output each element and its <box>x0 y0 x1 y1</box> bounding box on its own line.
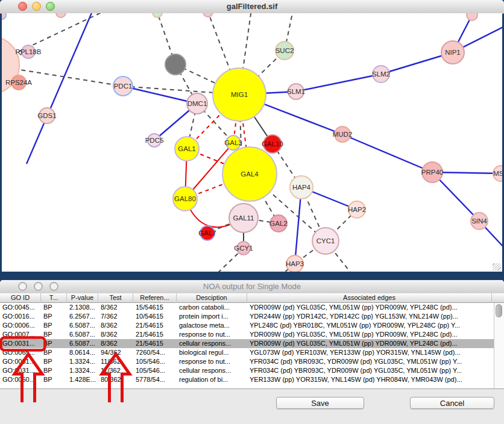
table-cell: YFR034C (pd) YBR093C, YDR009W (pd) YGL03… <box>247 357 492 366</box>
noa-window-title: NOA output for Single Mode <box>0 282 504 291</box>
table-cell: GO:0031... <box>0 357 41 366</box>
table-cell: cellular respons... <box>177 366 247 375</box>
node-label: MUD2 <box>333 131 353 138</box>
table-row[interactable]: GO:0006...BP6.5087...8/36221/54615galact… <box>0 321 504 330</box>
table-cell: 1.3324... <box>67 357 98 366</box>
table-row[interactable]: GO:0031...BP1.3324...11/362105/546...cel… <box>0 366 504 375</box>
table-row[interactable]: GO:0031...BP6.5087...8/36221/54615cellul… <box>0 339 504 348</box>
node-label: HAP4 <box>292 184 311 191</box>
column-header-test[interactable]: Test <box>98 293 133 303</box>
node-label: GAL2 <box>269 220 287 227</box>
node-label: SIN4 <box>471 217 487 225</box>
node-label: RPS24A <box>5 79 32 86</box>
node-greenclip[interactable] <box>153 13 162 17</box>
table-cell: BP <box>41 366 67 375</box>
node-label: PDC5 <box>145 137 164 144</box>
table-cell: 5778/54... <box>133 375 177 384</box>
table-cell: 15/54615 <box>133 303 177 312</box>
table-row[interactable]: GO:0031...BP1.3324...11/362105/546...res… <box>0 357 504 366</box>
node-label: GAL1 <box>178 145 195 152</box>
table-cell: YDR009W (pd) YGL035C, YML051W (pp) YDR00… <box>247 330 492 339</box>
table-row[interactable]: GO:0016...BP6.2567...7/36210/54615protei… <box>0 312 504 321</box>
node-label: SLM1 <box>287 88 305 95</box>
table-cell: regulation of bi... <box>177 375 247 384</box>
node-label: MIG1 <box>231 91 248 98</box>
table-cell: 105/546... <box>133 357 177 366</box>
network-edge <box>296 74 381 92</box>
resize-grip-icon[interactable] <box>493 263 501 270</box>
column-header-t[interactable]: T... <box>41 293 67 303</box>
node-topclip3[interactable] <box>467 13 477 20</box>
node-label: MSN <box>493 170 502 177</box>
network-edge <box>27 13 96 164</box>
network-titlebar[interactable]: galFiltered.sif <box>0 0 504 14</box>
table-cell: 94/362 <box>98 348 133 357</box>
network-window: galFiltered.sif RPL18BRPS24AGDS1PDC1DMC1… <box>0 0 504 275</box>
node-topclip1[interactable] <box>56 13 66 17</box>
node-label: PRP40 <box>421 169 443 176</box>
node-label: GDS1 <box>37 112 56 119</box>
table-cell: 6.5087... <box>67 321 98 330</box>
node-cornertiny[interactable] <box>2 13 6 19</box>
table-row[interactable]: GO:0045...BP2.1308...8/36215/54615carbon… <box>0 303 504 312</box>
save-button[interactable]: Save <box>276 397 364 409</box>
table-cell: protein import i... <box>177 312 247 321</box>
table-cell: YPL248C (pd) YBR018C, YML051W (pp) YDR00… <box>247 321 492 330</box>
node-topclip2[interactable] <box>203 13 213 17</box>
table-row[interactable]: GO:0065...BP8.0614...94/3627260/54...bio… <box>0 348 504 357</box>
cancel-button[interactable]: Cancel <box>410 397 494 409</box>
node-label: RPL18B <box>16 48 42 55</box>
node-label: GAL10 <box>262 140 283 148</box>
table-cell: 1.428E... <box>67 375 98 384</box>
table-cell: cellular respons... <box>177 339 247 348</box>
table-cell: GO:0065... <box>0 348 41 357</box>
table-cell: BP <box>41 330 67 339</box>
table-cell: YFR034C (pd) YBR093C, YDR009W (pd) YGL03… <box>247 366 492 375</box>
table-cell: BP <box>41 321 67 330</box>
node-label: CYC1 <box>317 237 335 245</box>
node-label: HAP2 <box>348 206 366 213</box>
noa-titlebar[interactable]: NOA output for Single Mode <box>0 280 504 294</box>
column-header-associated-edges[interactable]: Associated edges <box>247 293 492 303</box>
table-cell: YGL073W (pd) YER103W, YER133W (pp) YOR31… <box>247 348 492 357</box>
table-cell: carbon cataboli... <box>177 303 247 312</box>
table-cell: BP <box>41 348 67 357</box>
node-label: SLM2 <box>372 70 390 78</box>
table-cell: GO:0016... <box>0 312 41 321</box>
table-cell: response to nut... <box>177 330 247 339</box>
table-cell: 7/362 <box>98 312 133 321</box>
table-cell: YDR009W (pd) YGL035C, YML051W (pp) YDR00… <box>247 339 492 348</box>
table-cell: BP <box>41 357 67 366</box>
table-scrollbar[interactable] <box>494 303 504 388</box>
column-header-p-value[interactable]: P-value <box>67 293 98 303</box>
table-cell: galactose meta... <box>177 321 247 330</box>
node-label: GAL11 <box>233 214 254 222</box>
table-cell: BP <box>41 303 67 312</box>
network-graph[interactable]: RPL18BRPS24AGDS1PDC1DMC1MIG1SUC2SLM1SLM2… <box>2 13 502 272</box>
node-gray1[interactable] <box>165 54 186 75</box>
table-cell: 8/362 <box>98 321 133 330</box>
results-table: GO IDT...P-valueTestReferen...Desciption… <box>0 293 504 389</box>
node-label: GAL80 <box>174 195 196 202</box>
table-cell: GO:0050... <box>0 375 41 384</box>
table-cell: 6.2567... <box>67 312 98 321</box>
table-cell: GO:0006... <box>0 321 41 330</box>
network-edge <box>2 13 128 65</box>
node-label: SUC2 <box>276 47 294 54</box>
column-header-referen[interactable]: Referen... <box>133 293 177 303</box>
network-canvas[interactable]: RPL18BRPS24AGDS1PDC1DMC1MIG1SUC2SLM1SLM2… <box>2 13 502 272</box>
network-edge <box>342 134 432 172</box>
table-row[interactable]: GO:0007...BP6.5087...8/36221/54615respon… <box>0 330 504 339</box>
column-header-go-id[interactable]: GO ID <box>0 293 41 303</box>
table-cell: 21/54615 <box>133 330 177 339</box>
column-header-spacer <box>492 293 504 303</box>
table-cell: YDR009W (pd) YGL035C, YML051W (pp) YDR00… <box>247 303 492 312</box>
table-row[interactable]: GO:0050...BP1.428E...80/3625778/54...reg… <box>0 375 504 384</box>
table-cell: response to nut... <box>177 357 247 366</box>
column-header-desciption[interactable]: Desciption <box>177 293 247 303</box>
node-label: GCY1 <box>234 245 253 252</box>
scrollbar-thumb[interactable] <box>496 304 502 317</box>
table-cell: 2.1308... <box>67 303 98 312</box>
node-label: GAL7 <box>198 229 216 237</box>
table-cell: 8/362 <box>98 339 133 348</box>
